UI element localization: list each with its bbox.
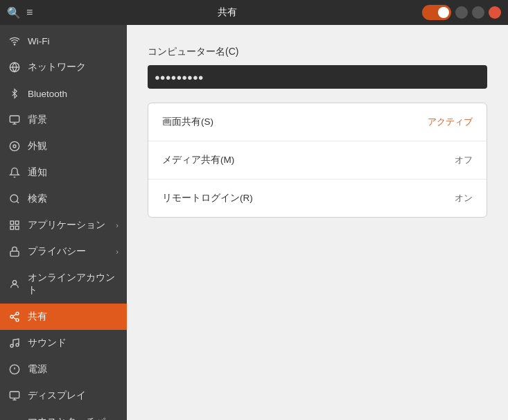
svg-rect-12 [10,226,14,229]
sharing-icon [8,310,21,323]
svg-point-16 [16,312,19,315]
svg-line-9 [17,201,19,203]
sidebar-item-background[interactable]: 背景 [0,107,127,133]
content-area: コンピューター名(C) 画面共有(S) アクティブ メディア共有(M) オフ リ… [127,25,508,420]
sidebar-label-display: ディスプレイ [28,390,86,402]
close-button[interactable] [489,6,501,19]
search-icon[interactable]: 🔍 [7,6,21,19]
titlebar: 🔍 ≡ 共有 ─ □ [0,0,508,25]
sidebar-item-bluetooth[interactable]: Bluetooth [0,80,127,107]
svg-rect-3 [10,116,19,122]
sidebar-label-appearance: 外観 [28,140,47,152]
sound-icon [8,337,21,349]
minimize-button[interactable]: ─ [455,6,468,19]
power-icon [8,363,21,376]
sidebar-item-sharing[interactable]: 共有 [0,304,127,330]
svg-point-22 [16,344,19,347]
wifi-icon [8,35,21,47]
sidebar-label-search: 検索 [28,193,47,205]
sidebar-item-network[interactable]: ネットワーク [0,54,127,80]
applications-icon [8,219,21,231]
bluetooth-icon [8,87,21,100]
sidebar-label-applications: アプリケーション [28,219,105,231]
svg-point-7 [10,141,19,150]
svg-rect-11 [15,221,19,225]
sidebar-item-applications[interactable]: アプリケーション › [0,212,127,238]
sidebar-label-sound: サウンド [28,337,67,349]
svg-rect-25 [10,392,19,398]
appearance-icon [8,140,21,152]
media-sharing-status: オフ [455,154,473,166]
svg-rect-10 [10,221,14,225]
svg-line-19 [13,317,17,320]
sidebar-label-network: ネットワーク [28,61,86,73]
sidebar-label-sharing: 共有 [28,310,47,323]
search-sidebar-icon [8,193,21,205]
sidebar-item-search[interactable]: 検索 [0,186,127,212]
svg-rect-13 [15,226,19,229]
display-icon [8,390,21,402]
svg-line-20 [13,314,17,316]
svg-point-8 [10,195,18,202]
sharing-row-screen[interactable]: 画面共有(S) アクティブ [148,103,487,141]
chevron-icon-applications: › [116,221,119,229]
svg-point-18 [16,319,19,322]
menu-icon[interactable]: ≡ [26,6,33,19]
sidebar-label-bluetooth: Bluetooth [28,89,67,99]
sidebar-label-background: 背景 [28,114,47,126]
sidebar-item-appearance[interactable]: 外観 [0,133,127,159]
chevron-icon-privacy: › [116,247,119,256]
remote-login-status: オン [455,192,473,204]
sidebar-item-wifi[interactable]: Wi-Fi [0,28,127,54]
sidebar-label-power: 電源 [28,363,47,376]
svg-point-21 [10,344,13,347]
svg-point-15 [12,281,16,284]
sidebar-label-privacy: プライバシー [28,245,86,258]
sidebar-item-online-accounts[interactable]: オンラインアカウント [0,265,127,304]
sharing-table: 画面共有(S) アクティブ メディア共有(M) オフ リモートログイン(R) オ… [148,103,487,218]
sidebar-item-privacy[interactable]: プライバシー › [0,238,127,265]
sidebar-label-notifications: 通知 [28,166,47,179]
window-controls: ─ □ [422,5,501,20]
sidebar: Wi-Fi ネットワーク Bluetooth [0,25,127,420]
sidebar-label-wifi: Wi-Fi [28,36,49,46]
sidebar-item-mouse-touchpad[interactable]: マウスとタッチパッド [0,409,127,420]
svg-point-17 [10,315,13,318]
computer-name-input[interactable] [148,65,487,89]
computer-name-label: コンピューター名(C) [148,46,487,58]
sharing-toggle[interactable] [422,5,451,20]
sidebar-item-power[interactable]: 電源 [0,356,127,383]
maximize-button[interactable]: □ [472,6,484,19]
network-icon [8,61,21,73]
sidebar-item-sound[interactable]: サウンド [0,330,127,356]
sidebar-label-online-accounts: オンラインアカウント [28,272,119,297]
privacy-icon [8,245,21,258]
online-accounts-icon [8,278,21,290]
window-title: 共有 [33,6,422,19]
sidebar-label-mouse-touchpad: マウスとタッチパッド [28,416,119,420]
svg-point-0 [14,44,15,45]
media-sharing-label: メディア共有(M) [162,154,455,166]
notifications-icon [8,166,21,179]
svg-rect-14 [10,251,19,256]
sidebar-item-notifications[interactable]: 通知 [0,159,127,186]
main-container: Wi-Fi ネットワーク Bluetooth [0,25,508,420]
sharing-row-remote-login[interactable]: リモートログイン(R) オン [148,180,487,217]
sharing-row-media[interactable]: メディア共有(M) オフ [148,141,487,180]
screen-sharing-status: アクティブ [428,116,473,128]
svg-point-6 [13,145,16,148]
sidebar-item-display[interactable]: ディスプレイ [0,383,127,409]
remote-login-label: リモートログイン(R) [162,192,455,204]
screen-sharing-label: 画面共有(S) [162,116,428,128]
background-icon [8,114,21,126]
